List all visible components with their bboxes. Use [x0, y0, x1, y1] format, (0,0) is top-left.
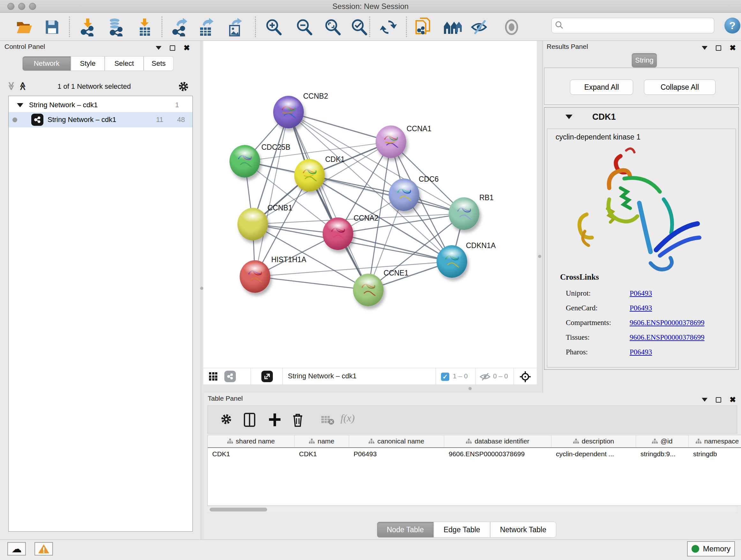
export-network-icon[interactable]: [170, 17, 190, 37]
tab-select[interactable]: Select: [105, 56, 144, 71]
table-cell[interactable]: stringdb: [689, 448, 741, 461]
show-graphics-details-icon[interactable]: [502, 17, 522, 37]
tab-node-table[interactable]: Node Table: [377, 522, 434, 538]
crosslink-link[interactable]: 9606.ENSP00000378699: [630, 333, 704, 341]
table-horizontal-scrollbar[interactable]: [207, 507, 737, 512]
table-cell[interactable]: CDK1: [294, 448, 349, 461]
tab-sets[interactable]: Sets: [144, 56, 174, 71]
column-header-shared-name[interactable]: shared name: [208, 435, 294, 447]
table-options-gear-icon[interactable]: [220, 413, 232, 427]
collapse-all-button[interactable]: Collapse All: [644, 79, 716, 95]
column-header-description[interactable]: description: [551, 435, 636, 447]
panel-close-icon[interactable]: ✖: [730, 44, 736, 52]
warnings-button[interactable]: [35, 542, 53, 556]
panel-float-icon[interactable]: [170, 45, 175, 51]
crosslink-link[interactable]: P06493: [630, 304, 652, 312]
crosslink-link[interactable]: 9606.ENSP00000378699: [630, 319, 704, 327]
first-neighbors-icon[interactable]: [443, 17, 463, 37]
column-header-canonical-name[interactable]: canonical name: [349, 435, 444, 447]
network-options-gear-icon[interactable]: [178, 80, 190, 94]
table-cell[interactable]: cyclin-dependent ...: [551, 448, 636, 461]
section-collapse-icon[interactable]: [565, 115, 572, 119]
zoom-selected-icon[interactable]: [349, 17, 369, 37]
tab-network-table[interactable]: Network Table: [490, 522, 556, 538]
column-header-database-identifier[interactable]: database identifier: [444, 435, 551, 447]
node-table[interactable]: shared namenamecanonical namedatabase id…: [207, 435, 741, 506]
tab-edge-table[interactable]: Edge Table: [434, 522, 490, 538]
show-columns-icon[interactable]: [244, 413, 255, 428]
gene-section-header[interactable]: CDK1: [544, 108, 738, 127]
column-header-name[interactable]: name: [294, 435, 349, 447]
tab-network[interactable]: Network: [22, 56, 71, 71]
node-label-cdkn1a: CDKN1A: [466, 241, 495, 250]
memory-button[interactable]: Memory: [687, 541, 735, 557]
expand-all-button[interactable]: Expand All: [570, 79, 633, 95]
crosslink-link[interactable]: P06493: [630, 289, 652, 297]
hide-selected-icon[interactable]: [470, 17, 489, 37]
network-collection-row[interactable]: String Network – cdk1 1: [9, 98, 192, 112]
panel-close-icon[interactable]: ✖: [730, 396, 736, 403]
cloud-button[interactable]: ☁: [7, 542, 26, 556]
network-node-rb1[interactable]: [449, 197, 479, 230]
duplicate-network-icon[interactable]: [414, 17, 433, 37]
network-node-hist1h1a[interactable]: [240, 260, 270, 293]
network-node-ccna1[interactable]: [376, 125, 406, 158]
string-view-icon[interactable]: [224, 371, 236, 382]
table-cell[interactable]: 9606.ENSP00000378699: [444, 448, 551, 461]
panel-menu-icon[interactable]: [702, 46, 708, 50]
collapse-all-networks-icon[interactable]: ≫: [6, 82, 16, 90]
node-label-ccna1: CCNA1: [407, 125, 431, 133]
right-splitter-handle[interactable]: [538, 255, 541, 258]
save-session-icon[interactable]: [42, 17, 62, 37]
delete-column-icon[interactable]: [292, 413, 304, 428]
open-session-icon[interactable]: [14, 17, 34, 37]
tab-string[interactable]: String: [631, 53, 657, 68]
scrollbar-thumb[interactable]: [210, 508, 267, 511]
bottom-splitter-handle[interactable]: [468, 387, 472, 390]
birds-eye-view-icon[interactable]: [209, 372, 218, 381]
panel-float-icon[interactable]: [716, 397, 721, 402]
left-splitter-handle[interactable]: [200, 287, 203, 290]
panel-menu-icon[interactable]: [156, 46, 161, 50]
table-row[interactable]: CDK1CDK1P064939606.ENSP00000378699cyclin…: [208, 448, 741, 461]
panel-close-icon[interactable]: ✖: [184, 44, 190, 52]
panel-float-icon[interactable]: [716, 45, 721, 51]
export-image-icon[interactable]: [225, 17, 245, 37]
node-label-cdc25b: CDC25B: [261, 143, 290, 152]
import-network-icon[interactable]: [78, 17, 98, 37]
column-header--id[interactable]: @id: [636, 435, 689, 447]
table-cell[interactable]: stringdb:9...: [636, 448, 689, 461]
tab-style[interactable]: Style: [71, 56, 105, 71]
zoom-in-icon[interactable]: [264, 17, 283, 37]
network-row-selected[interactable]: String Network – cdk1 11 48: [9, 112, 192, 127]
network-node-ccne1[interactable]: [353, 273, 384, 306]
import-network-from-database-icon[interactable]: [106, 17, 126, 37]
import-table-icon[interactable]: [135, 17, 154, 37]
search-input[interactable]: [566, 19, 714, 32]
network-node-ccnb1[interactable]: [238, 208, 268, 240]
crosslink-link[interactable]: P06493: [630, 348, 652, 356]
apply-layout-icon[interactable]: [379, 17, 398, 37]
help-icon[interactable]: ?: [724, 17, 740, 34]
selected-checkbox-icon[interactable]: ✓: [441, 373, 449, 381]
create-column-icon[interactable]: [268, 413, 281, 428]
export-table-icon[interactable]: [196, 17, 216, 37]
expand-all-networks-icon[interactable]: ≪: [18, 82, 28, 90]
network-node-cdkn1a[interactable]: [436, 245, 467, 278]
zoom-out-icon[interactable]: [294, 17, 314, 37]
crosshair-icon[interactable]: [519, 371, 531, 384]
network-node-ccna2[interactable]: [323, 217, 353, 250]
table-cell[interactable]: CDK1: [208, 448, 294, 461]
panel-menu-icon[interactable]: [702, 398, 708, 401]
tree-expand-icon[interactable]: [17, 103, 23, 107]
column-header-namespace[interactable]: namespace: [689, 435, 741, 447]
open-in-browser-icon[interactable]: [261, 371, 273, 382]
network-canvas[interactable]: CCNB2CCNA1CDC25BCDK1CDC6RB1CCNB1CCNA2CDK…: [203, 41, 537, 368]
network-node-cdk1[interactable]: [294, 159, 325, 192]
network-node-cdc25b[interactable]: [229, 145, 260, 178]
network-node-ccnb2[interactable]: [273, 96, 304, 128]
table-cell[interactable]: P06493: [349, 448, 444, 461]
main-toolbar: ?: [0, 13, 741, 41]
zoom-fit-icon[interactable]: [323, 17, 342, 37]
network-node-cdc6[interactable]: [389, 179, 419, 211]
